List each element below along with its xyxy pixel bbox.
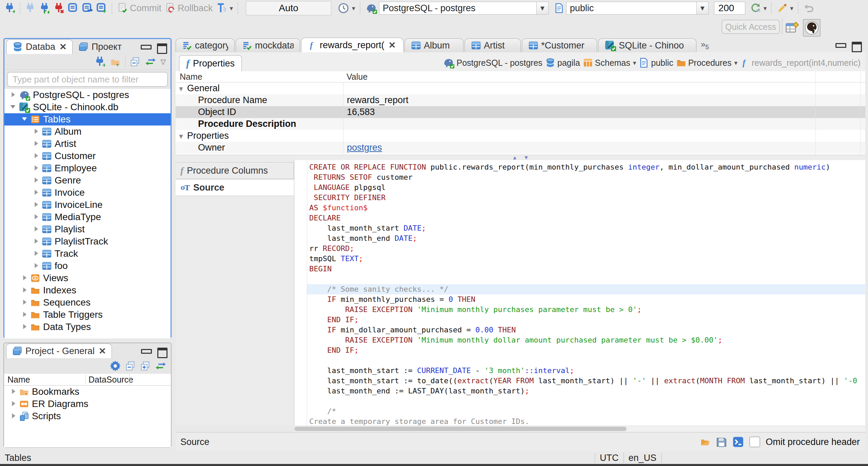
tree-item-track[interactable]: Track — [4, 248, 171, 260]
open-perspective-icon[interactable] — [785, 21, 799, 35]
fetch-size-input[interactable]: 200 — [714, 2, 745, 15]
minimize-icon[interactable] — [141, 349, 152, 354]
load-from-file-icon[interactable] — [700, 436, 711, 447]
dbeaver-perspective-icon[interactable] — [803, 19, 821, 37]
column-header-value[interactable]: Value — [343, 72, 368, 82]
collapse-arrow-icon[interactable] — [32, 248, 40, 259]
column-header-name[interactable]: Name — [176, 72, 343, 82]
tab-overflow-chevron[interactable]: »5 — [697, 40, 712, 51]
expand-arrow-icon[interactable] — [8, 102, 17, 113]
status-locale[interactable]: en_US — [629, 453, 657, 463]
collapse-arrow-icon[interactable] — [32, 260, 40, 271]
column-header-datasource[interactable]: DataSource — [85, 375, 130, 385]
connection-selector[interactable]: PostgreSQL - postgres ▼ — [379, 2, 549, 15]
group-expand-icon[interactable]: ▼ — [178, 85, 184, 93]
minimize-icon[interactable] — [141, 45, 152, 50]
collapse-arrow-icon[interactable] — [8, 90, 17, 100]
breadcrumb-item-schemas[interactable]: Schemas▾ — [583, 58, 636, 68]
tree-item-views[interactable]: Views — [4, 272, 171, 284]
subtab-procedure-columns[interactable]: f Procedure Columns — [176, 162, 294, 179]
highlighter-button[interactable]: ▾ — [776, 3, 793, 14]
tree-item-postgresql-postgres[interactable]: PostgreSQL - postgres — [4, 89, 171, 101]
collapse-arrow-icon[interactable] — [32, 212, 40, 222]
combo-arrow-icon[interactable]: ▼ — [696, 2, 708, 14]
transaction-log-button[interactable]: ▾ — [338, 2, 355, 14]
tree-item-sqlite-chinook-db[interactable]: SQLite - Chinook.db — [4, 101, 171, 113]
combo-arrow-icon[interactable]: ▼ — [536, 2, 548, 14]
tree-item-sequences[interactable]: Sequences — [4, 296, 171, 309]
schema-selector[interactable]: public ▼ — [566, 2, 709, 15]
tree-item-playlist[interactable]: Playlist — [4, 223, 171, 235]
collapse-arrow-icon[interactable] — [9, 399, 18, 409]
tree-item-tables[interactable]: Tables — [4, 113, 171, 125]
property-row-procedure-description[interactable]: Procedure Description — [176, 118, 865, 130]
collapse-arrow-icon[interactable] — [20, 273, 29, 284]
tab-projects[interactable]: Проект — [73, 40, 127, 54]
minimize-icon[interactable] — [835, 43, 846, 48]
property-row-owner[interactable]: Ownerpostgres — [176, 142, 865, 154]
breadcrumb-item-public[interactable]: public — [639, 58, 673, 68]
collapse-arrow-icon[interactable] — [20, 322, 29, 332]
tree-item-indexes[interactable]: Indexes — [4, 284, 171, 296]
commit-button[interactable]: Commit — [117, 3, 161, 14]
subtab-source[interactable]: ‹›T Source — [176, 179, 294, 196]
editor-tab-mockdata[interactable]: mockdata — [236, 38, 300, 52]
new-folder-icon[interactable]: + — [110, 57, 120, 67]
project-item-er-diagrams[interactable]: ER Diagrams — [4, 398, 171, 410]
tree-item-playlisttrack[interactable]: PlaylistTrack — [4, 235, 171, 248]
close-icon[interactable]: ✕ — [99, 346, 106, 356]
breadcrumb-item-procedures[interactable]: Procedures▾ — [676, 58, 737, 68]
collapse-arrow-icon[interactable] — [32, 163, 40, 174]
tree-item-invoiceline[interactable]: InvoiceLine — [4, 199, 171, 211]
tab-project-general[interactable]: Project - General ✕ — [6, 344, 112, 358]
collapse-arrow-icon[interactable] — [32, 175, 40, 186]
dropdown-arrow-icon[interactable]: ▾ — [734, 59, 738, 67]
source-code-editor[interactable]: CREATE OR REPLACE FUNCTION public.reward… — [294, 160, 865, 426]
collapse-arrow-icon[interactable] — [32, 138, 40, 149]
tree-item-mediatype[interactable]: MediaType — [4, 211, 171, 223]
tree-item-invoice[interactable]: Invoice — [4, 187, 171, 199]
breadcrumb-item-rewards-report[interactable]: frewards_report(int4,numeric) — [740, 58, 861, 68]
column-header-name[interactable]: Name — [4, 375, 85, 385]
group-expand-icon[interactable]: ▼ — [178, 133, 184, 140]
expand-all-icon[interactable] — [140, 361, 151, 371]
tree-item-customer[interactable]: Customer — [4, 150, 171, 162]
maximize-icon[interactable] — [157, 348, 167, 358]
new-connection-icon[interactable]: + — [4, 3, 15, 14]
editor-tab-rewards-report-[interactable]: frewards_report(✕ — [301, 38, 403, 52]
tab-database-navigator[interactable]: Databa ✕ — [6, 39, 73, 54]
tree-item-table-triggers[interactable]: Table Triggers — [4, 309, 171, 321]
gear-icon[interactable] — [110, 361, 121, 371]
editor-tab-category[interactable]: category — [176, 38, 235, 52]
breadcrumb-item-pagila[interactable]: pagila — [545, 58, 580, 68]
collapse-all-icon[interactable] — [130, 57, 140, 67]
close-icon[interactable]: ✕ — [59, 42, 67, 52]
editor-tab--customer[interactable]: *Customer — [522, 38, 597, 52]
property-value[interactable]: postgres — [347, 142, 382, 153]
new-sql-editor-icon[interactable]: + — [96, 3, 107, 14]
link-with-editor-icon[interactable] — [145, 56, 156, 67]
collapse-arrow-icon[interactable] — [32, 236, 40, 247]
tree-item-foo[interactable]: foo — [4, 260, 171, 272]
tab-properties[interactable]: f Properties — [179, 55, 242, 71]
collapse-arrow-icon[interactable] — [32, 187, 40, 198]
collapse-arrow-icon[interactable] — [9, 386, 18, 397]
property-row-object-id[interactable]: Object ID16,583 — [176, 106, 865, 118]
editor-tab-album[interactable]: Album — [405, 38, 463, 52]
view-menu-icon[interactable]: ▽ — [161, 58, 166, 66]
collapse-arrow-icon[interactable] — [20, 297, 29, 308]
collapse-arrow-icon[interactable] — [9, 411, 18, 422]
tree-item-data-types[interactable]: Data Types — [4, 321, 171, 333]
omit-procedure-header-checkbox[interactable] — [749, 436, 760, 447]
link-with-editor-icon[interactable] — [155, 361, 166, 371]
collapse-up-icon[interactable]: ▲ — [512, 155, 517, 160]
collapse-arrow-icon[interactable] — [20, 309, 29, 320]
project-item-bookmarks[interactable]: Bookmarks — [4, 386, 171, 398]
breadcrumb-item-postgresql-postgres[interactable]: PostgreSQL - postgres — [443, 57, 542, 69]
scrollbar-thumb[interactable] — [294, 427, 627, 431]
dropdown-arrow-icon[interactable]: ▾ — [633, 59, 636, 67]
tree-item-employee[interactable]: Employee — [4, 162, 171, 174]
new-connection-icon[interactable]: + — [95, 56, 105, 67]
commit-mode-selector[interactable]: Auto — [246, 1, 331, 15]
close-icon[interactable]: ✕ — [389, 40, 396, 51]
